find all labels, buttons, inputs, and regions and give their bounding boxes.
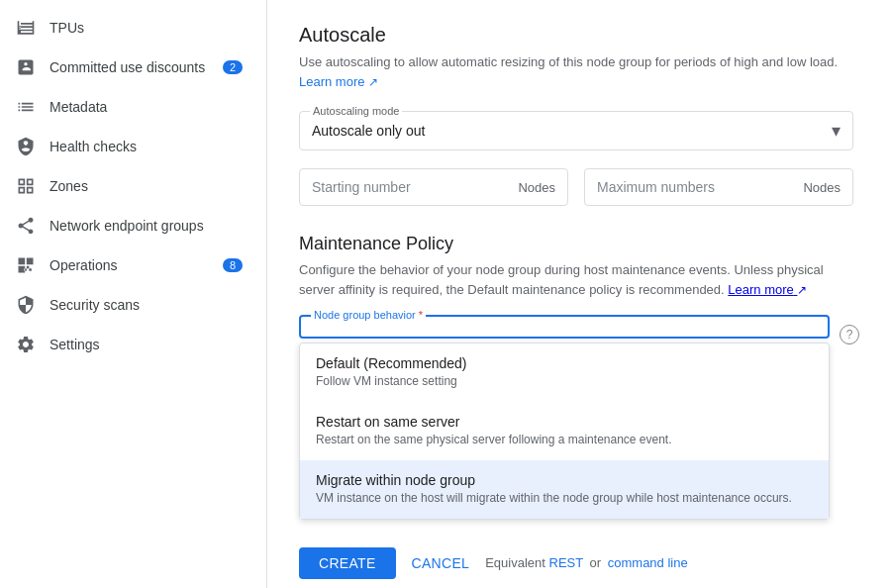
actions-row: CREATE CANCEL Equivalent REST or command…: [299, 547, 859, 579]
sidebar-item-settings-label: Settings: [50, 337, 100, 352]
maintenance-learn-more-link[interactable]: Learn more ↗: [728, 282, 807, 297]
sidebar-item-security-scans[interactable]: Security scans: [0, 285, 258, 325]
autoscaling-mode-value: Autoscale only out: [312, 123, 425, 139]
sidebar-item-zones[interactable]: Zones: [0, 166, 258, 206]
sidebar: TPUs Committed use discounts 2 Metadata …: [0, 0, 267, 588]
sidebar-item-zones-label: Zones: [50, 178, 88, 194]
tpu-icon: [16, 18, 36, 38]
maximum-numbers-field[interactable]: Maximum numbers Nodes: [584, 168, 853, 206]
node-group-behavior-label: Node group behavior *: [311, 309, 426, 321]
sidebar-item-operations-label: Operations: [50, 257, 117, 273]
percent-icon: [16, 57, 36, 77]
option-default-desc: Follow VM instance setting: [316, 373, 813, 390]
network-icon: [16, 216, 36, 236]
operations-icon: [16, 255, 36, 275]
option-restart-title: Restart on same server: [316, 414, 813, 430]
equivalent-text: Equivalent REST or command line: [485, 555, 688, 570]
operations-badge: 8: [223, 258, 243, 272]
starting-number-field[interactable]: Starting number Nodes: [299, 168, 568, 206]
option-default[interactable]: Default (Recommended) Follow VM instance…: [300, 343, 829, 402]
sidebar-item-metadata-label: Metadata: [50, 99, 107, 115]
sidebar-item-metadata[interactable]: Metadata: [0, 87, 258, 127]
create-button[interactable]: CREATE: [299, 547, 396, 579]
autoscaling-mode-label: Autoscaling mode: [310, 105, 402, 117]
external-link-icon-2: ↗: [797, 281, 807, 299]
autoscale-learn-more-link[interactable]: Learn more ↗: [299, 74, 378, 89]
required-indicator: *: [419, 309, 423, 321]
option-restart-desc: Restart on the same physical server foll…: [316, 432, 813, 448]
maintenance-title: Maintenance Policy: [299, 234, 859, 254]
sidebar-item-committed-use-discounts[interactable]: Committed use discounts 2: [0, 48, 258, 87]
settings-icon: [16, 335, 36, 354]
starting-number-suffix: Nodes: [518, 180, 555, 195]
option-migrate-title: Migrate within node group: [316, 472, 813, 488]
starting-number-placeholder: Starting number: [312, 179, 411, 195]
sidebar-item-settings[interactable]: Settings: [0, 325, 258, 364]
option-migrate-desc: VM instance on the host will migrate wit…: [316, 490, 813, 507]
autoscaling-mode-field[interactable]: Autoscaling mode Autoscale only out ▾: [299, 111, 853, 150]
node-group-behavior-field[interactable]: Node group behavior *: [299, 315, 830, 339]
sidebar-item-network-endpoint-groups-label: Network endpoint groups: [50, 218, 204, 234]
option-migrate-within[interactable]: Migrate within node group VM instance on…: [300, 460, 829, 519]
help-icon[interactable]: ?: [840, 325, 859, 344]
autoscaling-mode-value-row: Autoscale only out ▾: [312, 120, 841, 142]
maximum-numbers-suffix: Nodes: [803, 180, 841, 195]
sidebar-item-operations[interactable]: Operations 8: [0, 245, 258, 285]
cancel-button[interactable]: CANCEL: [412, 555, 470, 571]
rest-link[interactable]: REST: [549, 555, 583, 570]
external-link-icon: ↗: [368, 73, 378, 91]
autoscale-description: Use autoscaling to allow automatic resiz…: [299, 52, 859, 91]
option-restart-same-server[interactable]: Restart on same server Restart on the sa…: [300, 402, 829, 460]
list-icon: [16, 97, 36, 117]
main-content: Autoscale Use autoscaling to allow autom…: [267, 0, 891, 588]
autoscale-title: Autoscale: [299, 24, 859, 47]
sidebar-item-network-endpoint-groups[interactable]: Network endpoint groups: [0, 206, 258, 245]
maintenance-description: Configure the behavior of your node grou…: [299, 260, 859, 299]
committed-use-discounts-badge: 2: [223, 60, 243, 74]
health-check-icon: [16, 137, 36, 156]
zones-icon: [16, 176, 36, 196]
security-icon: [16, 295, 36, 315]
option-default-title: Default (Recommended): [316, 355, 813, 371]
autoscaling-mode-dropdown-arrow: ▾: [832, 120, 841, 142]
sidebar-item-tpus[interactable]: TPUs: [0, 8, 258, 48]
node-count-inputs: Starting number Nodes Maximum numbers No…: [299, 168, 853, 206]
sidebar-item-tpus-label: TPUs: [50, 20, 84, 36]
command-line-link[interactable]: command line: [608, 555, 688, 570]
sidebar-item-security-scans-label: Security scans: [50, 297, 140, 313]
node-group-behavior-dropdown-list: Default (Recommended) Follow VM instance…: [299, 343, 830, 519]
sidebar-item-health-checks-label: Health checks: [50, 139, 137, 154]
maximum-numbers-placeholder: Maximum numbers: [597, 179, 715, 195]
node-group-behavior-row: Node group behavior * Default (Recommend…: [299, 315, 859, 539]
sidebar-item-committed-use-discounts-label: Committed use discounts: [50, 59, 205, 75]
sidebar-item-health-checks[interactable]: Health checks: [0, 127, 258, 166]
